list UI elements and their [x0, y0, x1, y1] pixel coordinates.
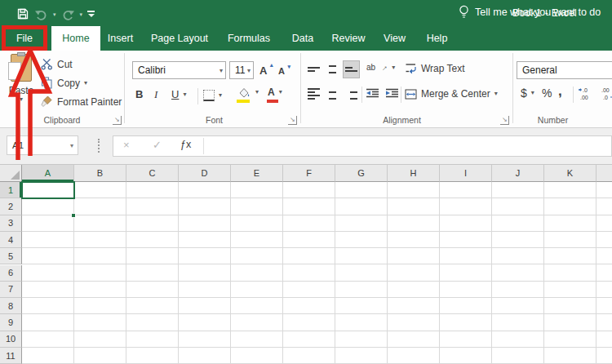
align-right-icon: [345, 88, 357, 100]
redo-icon[interactable]: [61, 8, 75, 20]
select-all-button[interactable]: [0, 165, 22, 182]
alignment-group-label: Alignment: [351, 115, 453, 127]
cancel-icon[interactable]: ×: [123, 139, 130, 151]
underline-button[interactable]: U ▾: [171, 88, 186, 100]
tab-home[interactable]: Home: [51, 26, 100, 51]
tab-review[interactable]: Review: [325, 26, 372, 51]
italic-button[interactable]: I: [154, 88, 157, 101]
column-header-i[interactable]: I: [440, 165, 492, 182]
save-icon[interactable]: [16, 7, 29, 20]
orientation-dropdown-icon[interactable]: ▾: [392, 64, 395, 71]
copy-dropdown-icon[interactable]: ▾: [84, 80, 87, 87]
number-format-combobox[interactable]: General: [517, 61, 612, 79]
bottom-align-button[interactable]: [343, 60, 360, 78]
font-size-dropdown-icon[interactable]: ▾: [247, 68, 251, 74]
column-header-f[interactable]: F: [283, 165, 335, 182]
align-center-button[interactable]: [324, 85, 341, 103]
annotation-arrow: [7, 47, 55, 163]
tab-view[interactable]: View: [375, 26, 414, 51]
row-header-7[interactable]: 7: [0, 282, 22, 298]
tab-formulas[interactable]: Formulas: [219, 26, 279, 51]
underline-dropdown-icon[interactable]: ▾: [183, 91, 186, 98]
formula-input[interactable]: [205, 136, 611, 156]
comma-style-button[interactable]: ,: [558, 83, 562, 100]
decrease-font-size-button[interactable]: A▾: [278, 66, 285, 76]
column-header-c[interactable]: C: [126, 165, 179, 182]
column-header-b[interactable]: B: [74, 165, 126, 182]
decrease-indent-button[interactable]: [366, 88, 379, 99]
increase-indent-button[interactable]: [385, 88, 399, 99]
group-separator: [300, 53, 301, 123]
column-header-d[interactable]: D: [179, 165, 231, 182]
orientation-icon: ab: [366, 63, 375, 72]
svg-text:.00: .00: [601, 87, 610, 93]
row-header-6[interactable]: 6: [0, 265, 22, 282]
align-left-button[interactable]: [305, 85, 322, 103]
borders-dropdown-icon[interactable]: ▾: [219, 92, 222, 99]
column-header-j[interactable]: J: [492, 165, 544, 182]
selected-cell-a1[interactable]: [21, 181, 75, 199]
row-header-10[interactable]: 10: [0, 331, 22, 348]
top-align-button[interactable]: [305, 60, 322, 78]
insert-function-icon[interactable]: ƒx: [180, 139, 191, 150]
tab-page-layout[interactable]: Page Layout: [144, 26, 215, 51]
column-header-partial[interactable]: [596, 165, 612, 182]
accounting-dropdown-icon[interactable]: ▾: [531, 90, 534, 96]
align-right-button[interactable]: [343, 85, 360, 103]
comma-icon: ,: [558, 83, 562, 100]
row-header-3[interactable]: 3: [0, 215, 22, 232]
percent-style-button[interactable]: %: [542, 87, 552, 100]
align-left-icon: [308, 88, 320, 100]
font-size-combobox[interactable]: 11 ▾: [229, 61, 254, 79]
increase-font-size-button[interactable]: A▴: [259, 64, 267, 77]
merge-center-dropdown-icon[interactable]: ▾: [494, 91, 498, 97]
cell-grid[interactable]: [22, 182, 612, 364]
column-header-e[interactable]: E: [231, 165, 283, 182]
row-header-1[interactable]: 1: [0, 182, 22, 198]
middle-align-icon: [326, 65, 339, 73]
increase-font-size-icon: A▴: [259, 64, 267, 77]
fill-color-button[interactable]: ▾: [237, 87, 259, 98]
enter-icon[interactable]: ✓: [153, 139, 162, 151]
accounting-format-button[interactable]: $ ▾: [521, 87, 534, 100]
borders-button[interactable]: ▾: [203, 90, 222, 101]
font-name-combobox[interactable]: Calibri ▾: [132, 61, 226, 79]
tab-data[interactable]: Data: [282, 26, 323, 51]
tab-insert[interactable]: Insert: [100, 26, 140, 51]
orientation-button[interactable]: ab → ▾: [366, 63, 395, 72]
fill-handle[interactable]: [71, 213, 76, 218]
wrap-text-button[interactable]: Wrap Text: [405, 62, 465, 74]
font-group-label: Font: [167, 115, 261, 127]
undo-icon[interactable]: [34, 8, 48, 20]
name-box-dropdown-icon[interactable]: ▾: [70, 143, 73, 149]
font-color-swatch: [267, 100, 278, 103]
font-color-button[interactable]: A ▾: [268, 87, 282, 97]
font-name-dropdown-icon[interactable]: ▾: [220, 68, 223, 74]
formula-bar-divider[interactable]: [98, 139, 100, 153]
row-header-2[interactable]: 2: [0, 198, 22, 215]
row-header-8[interactable]: 8: [0, 298, 22, 314]
column-header-h[interactable]: H: [388, 165, 440, 182]
alignment-dialog-launcher-icon[interactable]: ↘: [500, 116, 509, 125]
fill-color-dropdown-icon[interactable]: ▾: [255, 89, 259, 95]
row-header-11[interactable]: 11: [0, 348, 22, 364]
merge-center-button[interactable]: Merge & Center ▾: [405, 88, 498, 100]
column-header-k[interactable]: K: [544, 165, 596, 182]
redo-dropdown-icon[interactable]: ▾: [80, 11, 83, 17]
clipboard-dialog-launcher-icon[interactable]: ↘: [113, 116, 122, 125]
customize-quick-access-icon[interactable]: [87, 11, 95, 17]
column-header-g[interactable]: G: [335, 165, 388, 182]
row-header-9[interactable]: 9: [0, 314, 22, 331]
font-color-dropdown-icon[interactable]: ▾: [279, 89, 282, 95]
undo-dropdown-icon[interactable]: ▾: [53, 11, 56, 17]
tell-me-box[interactable]: Tell me what you want to do: [459, 0, 601, 24]
middle-align-button[interactable]: [324, 60, 341, 78]
decrease-decimal-button[interactable]: .00 .0: [601, 87, 612, 101]
row-header-4[interactable]: 4: [0, 232, 22, 248]
column-header-a[interactable]: A: [22, 165, 74, 182]
increase-decimal-button[interactable]: .0 .00: [578, 87, 594, 101]
row-header-5[interactable]: 5: [0, 248, 22, 264]
tab-help[interactable]: Help: [417, 26, 457, 51]
bold-button[interactable]: B: [135, 88, 143, 100]
font-dialog-launcher-icon[interactable]: ↘: [288, 116, 297, 125]
